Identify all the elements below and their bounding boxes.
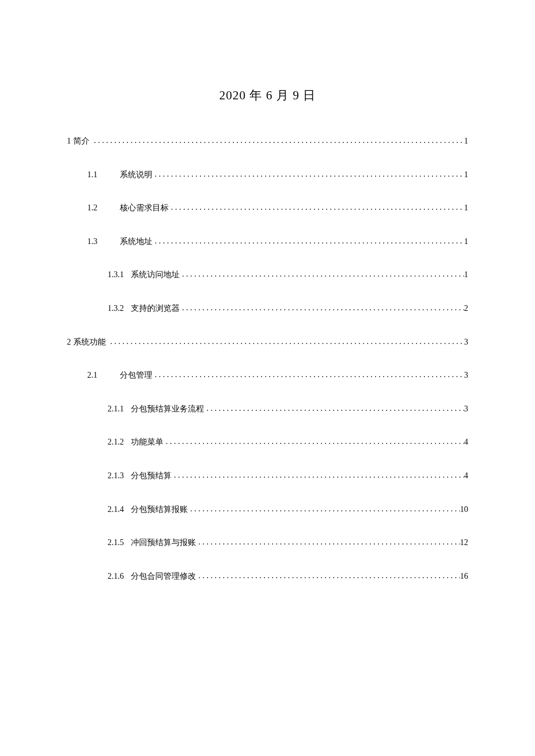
toc-entry-number: 2.1.5 — [108, 537, 124, 549]
toc-entry-page: 1 — [464, 135, 468, 147]
toc-entry-number: 1.1 — [87, 169, 104, 181]
toc-entry-title: 冲回预结算与报账 — [131, 537, 196, 549]
toc-entry[interactable]: 2.1.5冲回预结算与报账12 — [67, 537, 468, 549]
toc-leader-dots — [108, 336, 465, 347]
toc-entry-title: 分包预结算业务流程 — [131, 403, 204, 415]
toc-entry-page: 4 — [464, 436, 468, 448]
toc-entry-number: 2 系统功能 — [67, 336, 106, 348]
toc-leader-dots — [169, 202, 464, 213]
toc-entry-page: 1 — [464, 236, 468, 248]
toc-entry-title: 分包合同管理修改 — [131, 571, 196, 582]
toc-entry[interactable]: 1.1系统说明1 — [67, 169, 468, 181]
toc-entry-page: 3 — [464, 403, 468, 415]
toc-entry-number: 2.1.2 — [108, 436, 124, 448]
toc-entry-page: 16 — [460, 571, 468, 582]
toc-entry-title: 系统说明 — [120, 169, 152, 181]
toc-entry[interactable]: 2.1.1分包预结算业务流程3 — [67, 403, 468, 415]
toc-leader-dots — [188, 503, 460, 515]
toc-leader-dots — [196, 570, 460, 582]
toc-entry-page: 3 — [464, 336, 468, 348]
toc-entry-title: 系统地址 — [120, 236, 152, 248]
toc-entry-page: 1 — [464, 202, 468, 214]
toc-entry-page: 4 — [464, 470, 468, 482]
toc-entry-title: 功能菜单 — [131, 436, 163, 448]
toc-leader-dots — [152, 369, 464, 381]
toc-entry[interactable]: 1.3系统地址1 — [67, 236, 468, 248]
toc-entry-title: 支持的浏览器 — [131, 303, 180, 314]
toc-entry-title: 系统访问地址 — [131, 269, 180, 281]
table-of-contents: 1 简介11.1系统说明11.2核心需求目标11.3系统地址11.3.1系统访问… — [67, 135, 468, 582]
toc-leader-dots — [152, 235, 464, 247]
toc-entry-title: 分包预结算报账 — [131, 504, 188, 515]
toc-entry-page: 3 — [464, 370, 468, 381]
toc-entry-number: 1.3 — [87, 236, 104, 248]
toc-entry-title: 核心需求目标 — [120, 202, 169, 214]
toc-entry-page: 1 — [464, 169, 468, 181]
toc-entry-number: 1 简介 — [67, 135, 90, 147]
date-heading: 2020 年 6 月 9 日 — [67, 87, 468, 103]
toc-entry-number: 2.1.4 — [108, 504, 124, 515]
toc-entry[interactable]: 1.3.2支持的浏览器2 — [67, 303, 468, 314]
toc-leader-dots — [172, 470, 464, 481]
toc-entry-number: 2.1.6 — [108, 571, 124, 582]
toc-entry[interactable]: 2.1.2功能菜单4 — [67, 436, 468, 448]
toc-leader-dots — [196, 536, 460, 548]
toc-entry-number: 1.3.1 — [108, 269, 124, 281]
toc-entry[interactable]: 1 简介1 — [67, 135, 468, 147]
toc-entry[interactable]: 1.2核心需求目标1 — [67, 202, 468, 214]
toc-leader-dots — [180, 268, 464, 280]
toc-entry-title: 分包管理 — [120, 370, 152, 381]
toc-leader-dots — [180, 302, 464, 314]
toc-entry[interactable]: 2.1分包管理3 — [67, 370, 468, 381]
toc-leader-dots — [163, 436, 464, 447]
toc-leader-dots — [152, 169, 464, 180]
document-page: 2020 年 6 月 9 日 1 简介11.1系统说明11.2核心需求目标11.… — [0, 0, 535, 582]
toc-entry-page: 2 — [464, 303, 468, 314]
toc-entry[interactable]: 1.3.1系统访问地址1 — [67, 269, 468, 281]
toc-entry[interactable]: 2.1.6分包合同管理修改16 — [67, 571, 468, 582]
toc-entry-title: 分包预结算 — [131, 470, 172, 482]
toc-entry[interactable]: 2 系统功能3 — [67, 336, 468, 348]
toc-entry-number: 2.1.3 — [108, 470, 124, 482]
toc-leader-dots — [92, 135, 465, 146]
toc-entry-page: 1 — [464, 269, 468, 281]
toc-entry-number: 2.1 — [87, 370, 104, 381]
toc-entry[interactable]: 2.1.3分包预结算4 — [67, 470, 468, 482]
toc-entry-number: 2.1.1 — [108, 403, 124, 415]
toc-entry-page: 10 — [460, 504, 468, 515]
toc-entry[interactable]: 2.1.4分包预结算报账10 — [67, 504, 468, 515]
toc-entry-number: 1.2 — [87, 202, 104, 214]
toc-entry-number: 1.3.2 — [108, 303, 124, 314]
toc-leader-dots — [204, 403, 464, 414]
toc-entry-page: 12 — [460, 537, 468, 549]
